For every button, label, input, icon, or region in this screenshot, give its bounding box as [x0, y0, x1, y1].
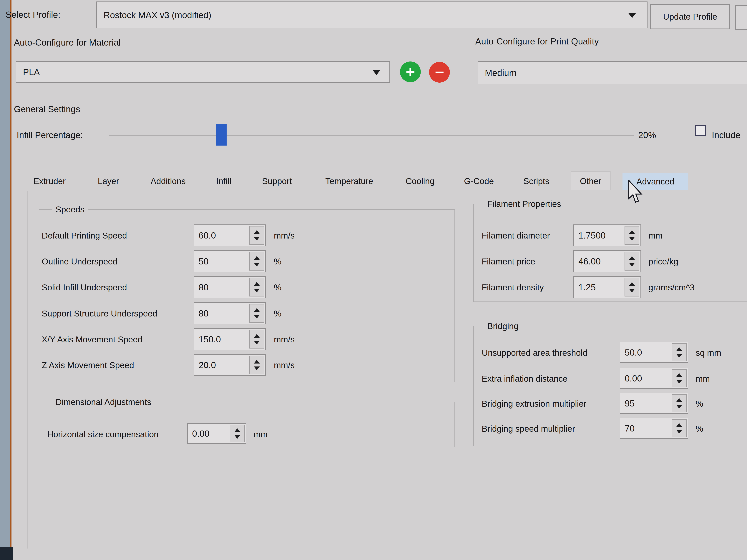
tab-cooling[interactable]: Cooling: [399, 172, 441, 190]
spinner-buttons[interactable]: [249, 278, 264, 296]
select-profile-label: Select Profile:: [5, 9, 60, 21]
mouse-cursor: [628, 180, 645, 204]
field-label: X/Y Axis Movement Speed: [42, 334, 143, 345]
tab-scripts[interactable]: Scripts: [515, 172, 558, 190]
field-value: 0.00: [625, 373, 642, 383]
tab-other[interactable]: Other: [571, 171, 611, 190]
spinner-buttons[interactable]: [249, 330, 264, 348]
speeds-title: Speeds: [52, 203, 88, 216]
filament-diameter-field[interactable]: 1.7500: [573, 224, 641, 246]
field-unit: %: [274, 308, 281, 319]
field-unit: mm/s: [274, 334, 294, 345]
tab-infill[interactable]: Infill: [206, 172, 242, 190]
spinner-buttons[interactable]: [230, 425, 245, 442]
field-value: 80: [199, 308, 208, 319]
field-label: Unsupported area threshold: [482, 347, 587, 359]
spinner-buttons[interactable]: [624, 226, 639, 245]
field-value: 95: [625, 398, 635, 408]
spinner-buttons[interactable]: [672, 394, 687, 412]
support-structure-underspeed-field[interactable]: 80: [194, 302, 266, 324]
remove-material-button[interactable]: −: [429, 62, 450, 83]
pane-left-edge: [27, 191, 28, 549]
xy-axis-movement-speed-field[interactable]: 150.0: [194, 328, 266, 350]
quality-select-value: Medium: [485, 68, 517, 78]
field-value: 50: [199, 256, 208, 266]
field-label: Filament price: [482, 256, 535, 267]
quality-select[interactable]: Medium: [478, 61, 747, 84]
filament-density-field[interactable]: 1.25: [573, 276, 641, 298]
tab-additions[interactable]: Additions: [146, 172, 190, 190]
field-value: 1.7500: [578, 230, 606, 241]
infill-slider-track[interactable]: [109, 135, 634, 136]
include-checkbox-label: Include: [712, 129, 741, 141]
extra-inflation-distance-field[interactable]: 0.00: [620, 368, 688, 389]
window-edge-line: [10, 0, 11, 560]
field-unit: sq mm: [696, 347, 721, 359]
material-select[interactable]: PLA: [16, 61, 390, 83]
chevron-down-icon: [372, 70, 381, 75]
profile-select-value: Rostock MAX v3 (modified): [104, 10, 211, 20]
field-value: 20.0: [199, 360, 216, 370]
profile-select[interactable]: Rostock MAX v3 (modified): [96, 1, 647, 28]
field-label: Extra inflation distance: [482, 373, 567, 384]
field-label: Horizontal size compensation: [47, 428, 159, 440]
infill-slider-handle[interactable]: [216, 124, 227, 145]
field-unit: grams/cm^3: [648, 282, 695, 293]
field-value: 60.0: [199, 230, 216, 241]
z-axis-movement-speed-field[interactable]: 20.0: [194, 354, 266, 376]
add-material-button[interactable]: +: [400, 61, 421, 82]
horizontal-size-compensation-field[interactable]: 0.00: [187, 423, 247, 444]
spinner-buttons[interactable]: [672, 419, 687, 437]
field-unit: %: [274, 282, 281, 293]
field-label: Filament density: [482, 282, 544, 293]
field-label: Support Structure Underspeed: [42, 308, 157, 319]
field-label: Z Axis Movement Speed: [42, 359, 134, 371]
tab-gcode[interactable]: G-Code: [458, 172, 500, 190]
desktop-edge-strip: [0, 0, 10, 560]
tab-layer[interactable]: Layer: [89, 172, 128, 190]
field-label: Solid Infill Underspeed: [42, 282, 127, 293]
field-value: 50.0: [625, 347, 642, 357]
bridging-extrusion-multiplier-field[interactable]: 95: [620, 393, 688, 414]
field-label: Default Printing Speed: [42, 230, 127, 241]
spinner-buttons[interactable]: [672, 343, 687, 361]
partial-button-cut-off[interactable]: [735, 5, 747, 30]
quality-section-label: Auto-Configure for Print Quality: [475, 35, 599, 47]
infill-percentage-label: Infill Percentage:: [17, 129, 83, 141]
field-unit: mm/s: [274, 230, 294, 241]
update-profile-button[interactable]: Update Profile: [650, 4, 730, 29]
spinner-buttons[interactable]: [249, 252, 264, 271]
simplify3d-process-settings-window: { "header": { "select_profile_label": "S…: [0, 0, 747, 560]
tab-extruder[interactable]: Extruder: [30, 172, 70, 190]
solid-infill-underspeed-field[interactable]: 80: [194, 276, 266, 298]
field-value: 150.0: [199, 334, 221, 344]
infill-percentage-value: 20%: [638, 129, 656, 141]
material-section-label: Auto-Configure for Material: [14, 37, 121, 49]
unsupported-area-threshold-field[interactable]: 50.0: [620, 342, 688, 363]
spinner-buttons[interactable]: [249, 304, 264, 323]
spinner-buttons[interactable]: [672, 369, 687, 387]
material-select-value: PLA: [23, 67, 40, 77]
tab-temperature[interactable]: Temperature: [320, 172, 378, 190]
plus-icon: +: [406, 64, 415, 80]
field-label: Bridging speed multiplier: [482, 423, 575, 435]
chevron-down-icon: [628, 13, 636, 18]
field-label: Bridging extrusion multiplier: [482, 398, 586, 410]
tab-support[interactable]: Support: [256, 172, 298, 190]
filament-price-field[interactable]: 46.00: [573, 250, 641, 272]
bridging-speed-multiplier-field[interactable]: 70: [620, 418, 688, 439]
bridging-title: Bridging: [484, 320, 522, 332]
field-unit: %: [274, 256, 281, 267]
update-profile-label: Update Profile: [663, 12, 717, 22]
field-value: 80: [199, 282, 208, 292]
dimensional-adjustments-title: Dimensional Adjustments: [52, 396, 155, 408]
outline-underspeed-field[interactable]: 50: [194, 250, 266, 272]
spinner-buttons[interactable]: [624, 278, 639, 296]
field-value: 70: [625, 423, 635, 433]
spinner-buttons[interactable]: [249, 226, 264, 245]
spinner-buttons[interactable]: [249, 356, 264, 374]
field-label: Outline Underspeed: [42, 256, 118, 267]
default-printing-speed-field[interactable]: 60.0: [194, 224, 266, 246]
spinner-buttons[interactable]: [624, 252, 639, 271]
include-checkbox[interactable]: [695, 125, 706, 136]
